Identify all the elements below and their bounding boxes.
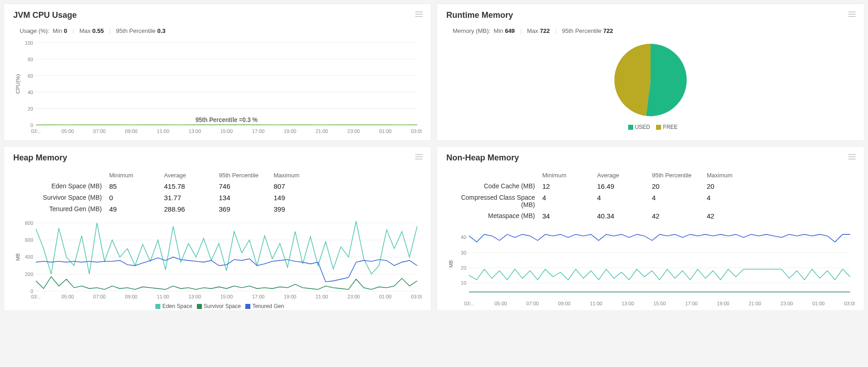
svg-text:03:..: 03:.. xyxy=(31,128,41,133)
svg-text:09:00: 09:00 xyxy=(558,301,571,306)
svg-text:80: 80 xyxy=(28,56,33,62)
pie-legend: USED FREE xyxy=(446,124,855,130)
svg-text:40: 40 xyxy=(28,90,33,95)
panel-menu-icon[interactable] xyxy=(415,154,423,160)
min-label: Min xyxy=(53,27,62,34)
nonheap-chart[interactable]: 10203040MB03:..05:0007:0009:0011:0013:00… xyxy=(446,226,855,308)
svg-text:01:00: 01:00 xyxy=(812,301,825,306)
svg-text:11:00: 11:00 xyxy=(590,301,602,306)
legend-swatch-used xyxy=(628,125,633,130)
svg-text:800: 800 xyxy=(25,220,33,226)
svg-text:23:00: 23:00 xyxy=(347,128,360,133)
cell-value: 0 xyxy=(109,192,159,203)
cell-value: 288.96 xyxy=(164,203,214,215)
col-header: Average xyxy=(164,170,214,181)
cell-value: 4 xyxy=(542,192,593,210)
cell-value: 20 xyxy=(707,181,757,192)
cell-value: 42 xyxy=(652,210,702,222)
svg-text:03:00: 03:00 xyxy=(411,294,422,299)
heap-chart[interactable]: 0200400600800MB03:..05:0007:0009:0011:00… xyxy=(13,219,422,301)
svg-text:95th Percentile =0.3 %: 95th Percentile =0.3 % xyxy=(196,117,258,123)
svg-text:01:00: 01:00 xyxy=(379,128,392,133)
min-label: Min xyxy=(494,27,503,34)
min-value: 0 xyxy=(64,27,67,34)
svg-text:400: 400 xyxy=(25,254,33,260)
dashboard-grid: JVM CPU Usage Usage (%): Min 0 | Max 0.5… xyxy=(0,0,868,314)
panel-title: JVM CPU Usage xyxy=(13,11,422,20)
cell-value: 16.49 xyxy=(597,181,647,192)
p95-value: 0.3 xyxy=(157,27,165,34)
svg-text:15:00: 15:00 xyxy=(220,294,233,299)
svg-text:MB: MB xyxy=(448,260,454,267)
svg-text:30: 30 xyxy=(461,250,466,255)
svg-text:13:00: 13:00 xyxy=(622,301,634,306)
panel-jvm-cpu: JVM CPU Usage Usage (%): Min 0 | Max 0.5… xyxy=(4,4,431,141)
svg-text:MB: MB xyxy=(15,253,21,261)
nonheap-stats-table: MinimumAverage95th PercentileMaximumCode… xyxy=(446,170,855,222)
panel-menu-icon[interactable] xyxy=(848,11,856,17)
cpu-chart[interactable]: 020406080100CPU(%)03:..05:0007:0009:0011… xyxy=(13,39,422,136)
svg-text:07:00: 07:00 xyxy=(93,294,106,299)
col-header: Maximum xyxy=(274,170,324,181)
svg-text:600: 600 xyxy=(25,237,33,243)
heap-legend: Eden SpaceSurvivor SpaceTenured Gen xyxy=(13,303,422,309)
svg-text:13:00: 13:00 xyxy=(189,128,201,133)
cell-value: 4 xyxy=(652,192,702,210)
svg-text:09:00: 09:00 xyxy=(125,294,138,299)
cell-value: 20 xyxy=(652,181,702,192)
legend-swatch xyxy=(197,304,202,309)
legend-label: Tenured Gen xyxy=(252,303,284,309)
panel-nonheap-memory: Non-Heap Memory MinimumAverage95th Perce… xyxy=(437,146,864,311)
panel-menu-icon[interactable] xyxy=(415,11,423,17)
svg-text:19:00: 19:00 xyxy=(284,294,296,299)
svg-text:100: 100 xyxy=(25,40,33,45)
svg-text:19:00: 19:00 xyxy=(284,128,296,133)
svg-text:05:00: 05:00 xyxy=(62,294,74,299)
max-value: 0.55 xyxy=(92,27,104,34)
svg-text:11:00: 11:00 xyxy=(157,128,169,133)
svg-text:60: 60 xyxy=(28,73,33,78)
col-header: Minimum xyxy=(542,170,593,181)
col-header: Maximum xyxy=(707,170,757,181)
row-label: Metaspace (MB) xyxy=(446,210,538,222)
p95-label: 95th Percentile xyxy=(562,27,602,34)
max-label: Max xyxy=(527,27,539,34)
row-label: Compressed Class Space (MB) xyxy=(446,192,538,210)
svg-text:40: 40 xyxy=(461,234,466,240)
svg-text:07:00: 07:00 xyxy=(526,301,539,306)
cell-value: 134 xyxy=(219,192,269,203)
cell-value: 746 xyxy=(219,181,269,192)
svg-text:17:00: 17:00 xyxy=(685,301,698,306)
panel-title: Runtime Memory xyxy=(446,11,855,20)
svg-text:09:00: 09:00 xyxy=(125,128,138,133)
cell-value: 49 xyxy=(109,203,159,215)
panel-menu-icon[interactable] xyxy=(848,154,856,160)
cell-value: 415.78 xyxy=(164,181,214,192)
svg-text:23:00: 23:00 xyxy=(347,294,360,299)
col-header: 95th Percentile xyxy=(219,170,269,181)
legend-swatch xyxy=(155,304,160,309)
min-value: 649 xyxy=(505,27,515,34)
legend-label: Survivor Space xyxy=(204,303,241,309)
svg-text:10: 10 xyxy=(461,280,466,286)
legend-used: USED xyxy=(635,124,650,130)
legend-label: Eden Space xyxy=(162,303,192,309)
heap-stats-table: MinimumAverage95th PercentileMaximumEden… xyxy=(13,170,422,215)
panel-runtime-memory: Runtime Memory Memory (MB): Min 649 | Ma… xyxy=(437,4,864,141)
col-header: 95th Percentile xyxy=(652,170,702,181)
runtime-pie[interactable]: USED FREE xyxy=(446,39,855,136)
svg-text:23:00: 23:00 xyxy=(780,301,793,306)
svg-text:07:00: 07:00 xyxy=(93,128,106,133)
row-label: Code Cache (MB) xyxy=(446,181,538,192)
row-label: Eden Space (MB) xyxy=(13,181,105,192)
col-header: Average xyxy=(597,170,647,181)
panel-heap-memory: Heap Memory MinimumAverage95th Percentil… xyxy=(4,146,431,311)
p95-value: 722 xyxy=(603,27,613,34)
svg-text:0: 0 xyxy=(31,288,33,294)
cell-value: 40.34 xyxy=(597,210,647,222)
legend-swatch xyxy=(245,304,250,309)
svg-text:CPU(%): CPU(%) xyxy=(15,74,21,94)
cell-value: 42 xyxy=(707,210,757,222)
stats-label: Memory (MB): xyxy=(453,27,490,34)
svg-text:03:00: 03:00 xyxy=(844,301,855,306)
